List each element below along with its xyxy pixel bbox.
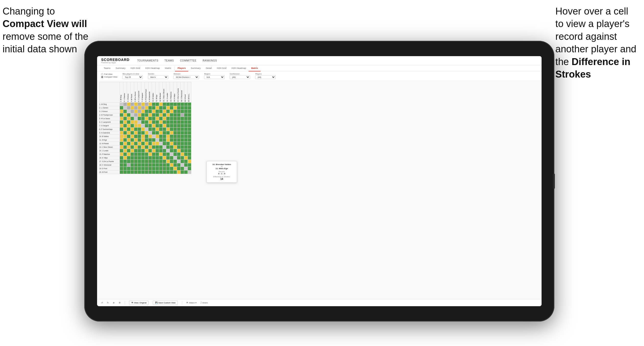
matrix-cell[interactable] xyxy=(152,163,156,167)
matrix-cell[interactable] xyxy=(181,124,184,128)
matrix-cell[interactable] xyxy=(138,128,141,131)
matrix-cell[interactable] xyxy=(181,149,184,153)
matrix-cell[interactable] xyxy=(131,170,134,174)
matrix-cell[interactable] xyxy=(181,163,184,167)
matrix-cell[interactable] xyxy=(177,142,181,145)
matrix-cell[interactable] xyxy=(170,113,173,117)
matrix-cell[interactable] xyxy=(141,106,145,110)
matrix-cell[interactable] xyxy=(170,135,173,138)
tab-h2h-grid[interactable]: H2H Grid xyxy=(128,65,143,71)
matrix-cell[interactable] xyxy=(152,153,156,156)
matrix-cell[interactable] xyxy=(159,149,163,153)
matrix-cell[interactable] xyxy=(134,103,138,106)
matrix-cell[interactable] xyxy=(127,117,131,120)
matrix-cell[interactable] xyxy=(170,153,173,156)
matrix-cell[interactable] xyxy=(163,117,166,120)
matrix-cell[interactable] xyxy=(184,106,188,110)
matrix-cell[interactable] xyxy=(156,145,159,149)
max-players-select[interactable]: Top 25 xyxy=(122,75,143,79)
matrix-cell[interactable] xyxy=(159,110,163,113)
matrix-cell[interactable] xyxy=(170,138,173,142)
matrix-cell[interactable] xyxy=(148,131,152,135)
matrix-cell[interactable] xyxy=(141,170,145,174)
matrix-cell[interactable] xyxy=(181,128,184,131)
matrix-cell[interactable] xyxy=(163,138,166,142)
matrix-cell[interactable] xyxy=(181,153,184,156)
matrix-cell[interactable] xyxy=(184,138,188,142)
matrix-cell[interactable] xyxy=(120,131,123,135)
watch-btn[interactable]: 👁 Watch ▾ xyxy=(186,302,196,304)
matrix-cell[interactable] xyxy=(181,106,184,110)
matrix-cell[interactable] xyxy=(173,117,177,120)
matrix-cell[interactable] xyxy=(138,170,141,174)
matrix-cell[interactable] xyxy=(170,110,173,113)
matrix-cell[interactable] xyxy=(163,156,166,160)
matrix-cell[interactable] xyxy=(159,117,163,120)
matrix-cell[interactable] xyxy=(173,113,177,117)
matrix-cell[interactable] xyxy=(188,106,191,110)
matrix-cell[interactable] xyxy=(170,103,173,106)
matrix-cell[interactable] xyxy=(184,170,188,174)
matrix-cell[interactable] xyxy=(177,145,181,149)
matrix-cell[interactable] xyxy=(152,170,156,174)
matrix-cell[interactable] xyxy=(131,135,134,138)
matrix-cell[interactable] xyxy=(156,163,159,167)
matrix-cell[interactable] xyxy=(159,120,163,124)
matrix-cell[interactable] xyxy=(156,110,159,113)
matrix-cell[interactable] xyxy=(138,156,141,160)
tab-h2h-grid-2[interactable]: H2H Grid xyxy=(214,65,229,71)
matrix-cell[interactable] xyxy=(188,138,191,142)
matrix-cell[interactable] xyxy=(131,117,134,120)
matrix-cell[interactable] xyxy=(120,128,123,131)
matrix-cell[interactable] xyxy=(141,124,145,128)
matrix-cell[interactable] xyxy=(170,131,173,135)
matrix-cell[interactable] xyxy=(184,160,188,163)
matrix-cell[interactable] xyxy=(170,149,173,153)
matrix-cell[interactable] xyxy=(173,120,177,124)
matrix-cell[interactable] xyxy=(166,142,170,145)
full-view-option[interactable]: Full View xyxy=(101,73,117,75)
matrix-cell[interactable] xyxy=(145,131,148,135)
matrix-cell[interactable] xyxy=(177,124,181,128)
matrix-cell[interactable] xyxy=(138,145,141,149)
matrix-cell[interactable] xyxy=(181,120,184,124)
matrix-cell[interactable] xyxy=(127,110,131,113)
undo-btn[interactable]: ↺ xyxy=(101,302,103,304)
matrix-cell[interactable] xyxy=(134,106,138,110)
full-view-radio[interactable] xyxy=(101,73,103,75)
matrix-cell[interactable] xyxy=(184,153,188,156)
matrix-cell[interactable] xyxy=(173,149,177,153)
matrix-cell[interactable] xyxy=(170,160,173,163)
matrix-cell[interactable] xyxy=(131,124,134,128)
matrix-cell[interactable] xyxy=(138,135,141,138)
matrix-cell[interactable] xyxy=(181,160,184,163)
matrix-cell[interactable] xyxy=(123,138,127,142)
matrix-cell[interactable] xyxy=(173,131,177,135)
matrix-cell[interactable] xyxy=(181,142,184,145)
matrix-cell[interactable] xyxy=(152,149,156,153)
matrix-cell[interactable] xyxy=(127,124,131,128)
matrix-cell[interactable] xyxy=(170,117,173,120)
compact-view-radio[interactable] xyxy=(101,76,103,78)
matrix-cell[interactable] xyxy=(145,106,148,110)
matrix-cell[interactable] xyxy=(188,117,191,120)
matrix-cell[interactable] xyxy=(127,142,131,145)
matrix-cell[interactable] xyxy=(177,117,181,120)
tab-teams[interactable]: Teams xyxy=(101,65,113,71)
matrix-cell[interactable] xyxy=(159,131,163,135)
matrix-cell[interactable] xyxy=(148,160,152,163)
matrix-cell[interactable] xyxy=(159,163,163,167)
matrix-cell[interactable] xyxy=(145,163,148,167)
matrix-cell[interactable] xyxy=(123,145,127,149)
matrix-cell[interactable] xyxy=(166,124,170,128)
matrix-cell[interactable] xyxy=(166,120,170,124)
matrix-cell[interactable] xyxy=(184,117,188,120)
matrix-cell[interactable] xyxy=(134,170,138,174)
matrix-cell[interactable] xyxy=(173,170,177,174)
matrix-cell[interactable] xyxy=(188,128,191,131)
matrix-cell[interactable] xyxy=(184,142,188,145)
matrix-cell[interactable] xyxy=(159,145,163,149)
matrix-cell[interactable] xyxy=(163,160,166,163)
matrix-cell[interactable] xyxy=(131,167,134,170)
matrix-cell[interactable] xyxy=(148,163,152,167)
